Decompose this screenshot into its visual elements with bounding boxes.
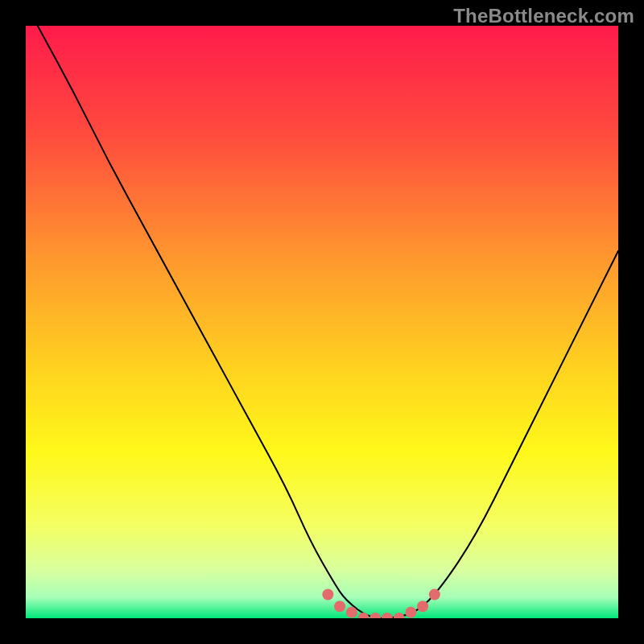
svg-point-5 [369, 613, 381, 618]
svg-point-4 [358, 613, 369, 618]
svg-point-3 [346, 607, 357, 618]
svg-point-1 [322, 589, 333, 601]
svg-point-8 [405, 607, 416, 618]
chart-frame: TheBottleneck.com [0, 0, 644, 644]
svg-point-6 [382, 613, 393, 618]
flat-bottom-markers [322, 589, 440, 618]
svg-point-2 [334, 601, 345, 612]
svg-point-10 [429, 589, 440, 601]
plot-area [26, 26, 618, 618]
watermark-text: TheBottleneck.com [453, 5, 634, 27]
bottleneck-curve [26, 26, 618, 618]
svg-point-7 [394, 613, 405, 618]
svg-point-9 [417, 601, 428, 612]
